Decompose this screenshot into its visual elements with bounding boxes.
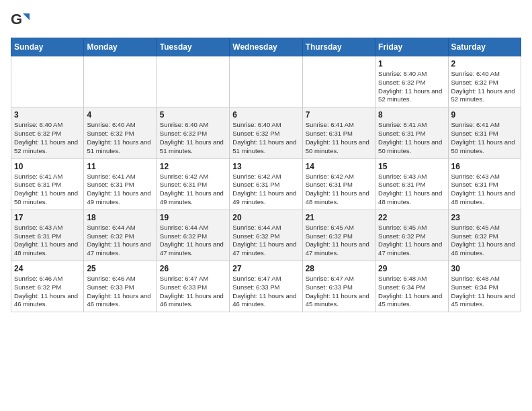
calendar-cell: 8Sunrise: 6:41 AM Sunset: 6:31 PM Daylig…: [375, 107, 448, 158]
day-info: Sunrise: 6:48 AM Sunset: 6:34 PM Dayligh…: [378, 275, 445, 309]
calendar-cell: 23Sunrise: 6:45 AM Sunset: 6:32 PM Dayli…: [448, 210, 521, 261]
calendar-header-row: SundayMondayTuesdayWednesdayThursdayFrid…: [11, 38, 521, 56]
day-number: 2: [451, 59, 518, 68]
day-number: 20: [232, 213, 299, 222]
day-info: Sunrise: 6:48 AM Sunset: 6:34 PM Dayligh…: [451, 275, 518, 309]
calendar-cell: 30Sunrise: 6:48 AM Sunset: 6:34 PM Dayli…: [448, 261, 521, 312]
calendar-week-row: 10Sunrise: 6:41 AM Sunset: 6:31 PM Dayli…: [11, 158, 521, 210]
day-info: Sunrise: 6:42 AM Sunset: 6:31 PM Dayligh…: [306, 173, 372, 207]
day-info: Sunrise: 6:46 AM Sunset: 6:32 PM Dayligh…: [14, 275, 81, 309]
calendar-table: SundayMondayTuesdayWednesdayThursdayFrid…: [11, 38, 521, 312]
calendar-cell: 14Sunrise: 6:42 AM Sunset: 6:31 PM Dayli…: [302, 158, 375, 210]
calendar-cell: 3Sunrise: 6:40 AM Sunset: 6:32 PM Daylig…: [11, 107, 84, 158]
calendar-header-monday: Monday: [84, 38, 157, 56]
day-info: Sunrise: 6:40 AM Sunset: 6:32 PM Dayligh…: [14, 121, 81, 155]
calendar-cell: 4Sunrise: 6:40 AM Sunset: 6:32 PM Daylig…: [84, 107, 157, 158]
day-number: 4: [87, 110, 153, 120]
calendar-cell: 18Sunrise: 6:44 AM Sunset: 6:32 PM Dayli…: [84, 210, 157, 261]
calendar-cell: 15Sunrise: 6:43 AM Sunset: 6:31 PM Dayli…: [375, 158, 448, 210]
svg-marker-1: [23, 13, 30, 20]
day-number: 10: [14, 162, 81, 171]
day-number: 13: [232, 162, 299, 171]
calendar-header-saturday: Saturday: [448, 38, 521, 56]
calendar-cell: 22Sunrise: 6:45 AM Sunset: 6:32 PM Dayli…: [375, 210, 448, 261]
calendar-week-row: 17Sunrise: 6:43 AM Sunset: 6:31 PM Dayli…: [11, 210, 521, 261]
day-number: 16: [451, 162, 518, 171]
day-number: 3: [14, 110, 81, 120]
calendar-header-friday: Friday: [375, 38, 448, 56]
day-number: 29: [378, 264, 445, 273]
day-info: Sunrise: 6:40 AM Sunset: 6:32 PM Dayligh…: [87, 121, 153, 155]
day-number: 21: [306, 213, 372, 222]
day-info: Sunrise: 6:40 AM Sunset: 6:32 PM Dayligh…: [160, 121, 226, 155]
calendar-header-wednesday: Wednesday: [230, 38, 302, 56]
day-info: Sunrise: 6:47 AM Sunset: 6:33 PM Dayligh…: [160, 275, 226, 309]
calendar-week-row: 3Sunrise: 6:40 AM Sunset: 6:32 PM Daylig…: [11, 107, 521, 158]
day-number: 6: [232, 110, 299, 120]
day-number: 19: [160, 213, 226, 222]
day-info: Sunrise: 6:45 AM Sunset: 6:32 PM Dayligh…: [451, 224, 518, 258]
calendar-cell: [302, 56, 375, 107]
day-info: Sunrise: 6:44 AM Sunset: 6:32 PM Dayligh…: [232, 224, 299, 258]
day-info: Sunrise: 6:41 AM Sunset: 6:31 PM Dayligh…: [306, 121, 372, 155]
calendar-cell: 20Sunrise: 6:44 AM Sunset: 6:32 PM Dayli…: [230, 210, 302, 261]
calendar-week-row: 24Sunrise: 6:46 AM Sunset: 6:32 PM Dayli…: [11, 261, 521, 312]
day-info: Sunrise: 6:45 AM Sunset: 6:32 PM Dayligh…: [306, 224, 372, 258]
day-info: Sunrise: 6:43 AM Sunset: 6:31 PM Dayligh…: [451, 173, 518, 207]
calendar-cell: 21Sunrise: 6:45 AM Sunset: 6:32 PM Dayli…: [302, 210, 375, 261]
calendar-cell: 9Sunrise: 6:41 AM Sunset: 6:31 PM Daylig…: [448, 107, 521, 158]
day-info: Sunrise: 6:45 AM Sunset: 6:32 PM Dayligh…: [378, 224, 445, 258]
day-info: Sunrise: 6:41 AM Sunset: 6:31 PM Dayligh…: [378, 121, 445, 155]
calendar-cell: 27Sunrise: 6:47 AM Sunset: 6:33 PM Dayli…: [230, 261, 302, 312]
svg-text:G: G: [11, 11, 22, 28]
calendar-cell: 7Sunrise: 6:41 AM Sunset: 6:31 PM Daylig…: [302, 107, 375, 158]
day-info: Sunrise: 6:41 AM Sunset: 6:31 PM Dayligh…: [14, 173, 81, 207]
calendar-cell: [230, 56, 302, 107]
day-number: 25: [87, 264, 153, 273]
day-info: Sunrise: 6:47 AM Sunset: 6:33 PM Dayligh…: [306, 275, 372, 309]
day-info: Sunrise: 6:42 AM Sunset: 6:31 PM Dayligh…: [160, 173, 226, 207]
day-info: Sunrise: 6:43 AM Sunset: 6:31 PM Dayligh…: [378, 173, 445, 207]
day-info: Sunrise: 6:41 AM Sunset: 6:31 PM Dayligh…: [451, 121, 518, 155]
calendar-cell: 16Sunrise: 6:43 AM Sunset: 6:31 PM Dayli…: [448, 158, 521, 210]
calendar-header-sunday: Sunday: [11, 38, 84, 56]
day-info: Sunrise: 6:42 AM Sunset: 6:31 PM Dayligh…: [232, 173, 299, 207]
calendar-week-row: 1Sunrise: 6:40 AM Sunset: 6:32 PM Daylig…: [11, 56, 521, 107]
calendar-cell: 12Sunrise: 6:42 AM Sunset: 6:31 PM Dayli…: [157, 158, 229, 210]
calendar-cell: 6Sunrise: 6:40 AM Sunset: 6:32 PM Daylig…: [230, 107, 302, 158]
calendar-cell: 29Sunrise: 6:48 AM Sunset: 6:34 PM Dayli…: [375, 261, 448, 312]
day-number: 26: [160, 264, 226, 273]
calendar-header-thursday: Thursday: [302, 38, 375, 56]
logo: G: [11, 11, 32, 30]
calendar-cell: 26Sunrise: 6:47 AM Sunset: 6:33 PM Dayli…: [157, 261, 229, 312]
day-number: 9: [451, 110, 518, 120]
day-info: Sunrise: 6:44 AM Sunset: 6:32 PM Dayligh…: [160, 224, 226, 258]
day-info: Sunrise: 6:41 AM Sunset: 6:31 PM Dayligh…: [87, 173, 153, 207]
calendar-cell: [11, 56, 84, 107]
day-number: 22: [378, 213, 445, 222]
day-number: 23: [451, 213, 518, 222]
day-number: 14: [306, 162, 372, 171]
day-number: 1: [378, 59, 445, 68]
day-info: Sunrise: 6:43 AM Sunset: 6:31 PM Dayligh…: [14, 224, 81, 258]
day-info: Sunrise: 6:40 AM Sunset: 6:32 PM Dayligh…: [451, 70, 518, 104]
day-number: 8: [378, 110, 445, 120]
calendar-cell: 25Sunrise: 6:46 AM Sunset: 6:33 PM Dayli…: [84, 261, 157, 312]
day-info: Sunrise: 6:44 AM Sunset: 6:32 PM Dayligh…: [87, 224, 153, 258]
calendar-cell: 10Sunrise: 6:41 AM Sunset: 6:31 PM Dayli…: [11, 158, 84, 210]
day-number: 5: [160, 110, 226, 120]
page-header: G: [11, 11, 521, 30]
calendar-cell: 28Sunrise: 6:47 AM Sunset: 6:33 PM Dayli…: [302, 261, 375, 312]
calendar-cell: 5Sunrise: 6:40 AM Sunset: 6:32 PM Daylig…: [157, 107, 229, 158]
day-number: 18: [87, 213, 153, 222]
calendar-header-tuesday: Tuesday: [157, 38, 229, 56]
day-number: 12: [160, 162, 226, 171]
calendar-cell: 11Sunrise: 6:41 AM Sunset: 6:31 PM Dayli…: [84, 158, 157, 210]
day-number: 27: [232, 264, 299, 273]
day-info: Sunrise: 6:47 AM Sunset: 6:33 PM Dayligh…: [232, 275, 299, 309]
calendar-cell: 13Sunrise: 6:42 AM Sunset: 6:31 PM Dayli…: [230, 158, 302, 210]
calendar-cell: 19Sunrise: 6:44 AM Sunset: 6:32 PM Dayli…: [157, 210, 229, 261]
calendar-cell: 17Sunrise: 6:43 AM Sunset: 6:31 PM Dayli…: [11, 210, 84, 261]
calendar-cell: 1Sunrise: 6:40 AM Sunset: 6:32 PM Daylig…: [375, 56, 448, 107]
calendar-cell: [84, 56, 157, 107]
